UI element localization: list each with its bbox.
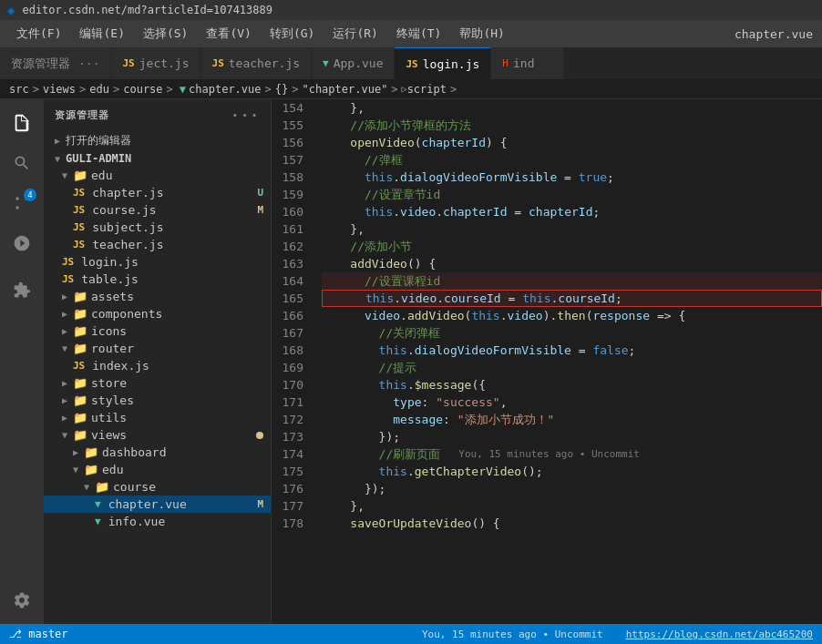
tab-teacher-js-icon: JS xyxy=(212,57,224,69)
breadcrumb-course[interactable]: course xyxy=(123,83,162,96)
tab-explorer-dots: ··· xyxy=(78,56,99,70)
code-line-173: }); xyxy=(322,428,822,445)
tab-explorer[interactable]: 资源管理器 ··· xyxy=(0,47,111,79)
breadcrumb-chaptervue[interactable]: chapter.vue xyxy=(189,83,261,96)
open-editors-section[interactable]: ▶ 打开的编辑器 xyxy=(44,131,271,150)
tree-course-dir-label: course xyxy=(113,480,156,494)
code-line-169: //提示 xyxy=(322,359,822,376)
tree-item-edu-top[interactable]: ▼ 📁 edu xyxy=(44,167,271,184)
breadcrumb-script[interactable]: script xyxy=(407,83,447,96)
code-line-170: this.$message({ xyxy=(322,376,822,394)
menu-help[interactable]: 帮助(H) xyxy=(452,24,511,44)
tree-course-label: course.js xyxy=(92,203,156,217)
code-line-164: //设置课程id xyxy=(322,272,822,290)
tree-item-styles[interactable]: ▶ 📁 styles xyxy=(44,392,271,409)
tree-item-chaptervue[interactable]: ▼ chapter.vue M xyxy=(44,496,271,513)
root-section[interactable]: ▼ GULI-ADMIN xyxy=(44,150,271,167)
menu-terminal[interactable]: 终端(T) xyxy=(389,24,448,44)
code-line-177: }, xyxy=(322,497,822,515)
breadcrumb-src[interactable]: src xyxy=(9,83,29,96)
breadcrumb-braces[interactable]: {} xyxy=(275,83,288,96)
tree-item-subjectjs[interactable]: JS subject.js xyxy=(44,219,271,236)
folder-utils-icon: 📁 xyxy=(73,411,87,424)
tree-item-indexjs[interactable]: JS index.js xyxy=(44,357,271,374)
activity-debug[interactable] xyxy=(5,227,38,260)
tree-item-components[interactable]: ▶ 📁 components xyxy=(44,305,271,322)
breadcrumb: src > views > edu > course > ▼ chapter.v… xyxy=(0,79,822,99)
tab-ind-label: ind xyxy=(513,56,534,70)
code-content[interactable]: }, //添加小节弹框的方法 openVideo(chapterId) { //… xyxy=(313,99,822,624)
vue-breadcrumb-icon: ▼ xyxy=(180,83,186,96)
badge-m-chaptervue: M xyxy=(257,498,263,510)
tree-item-teacherjs[interactable]: JS teacher.js xyxy=(44,236,271,253)
tree-item-tablejs[interactable]: JS table.js xyxy=(44,271,271,288)
tab-ind[interactable]: H ind xyxy=(491,47,564,79)
badge-m-course: M xyxy=(257,204,263,216)
tree-item-store[interactable]: ▶ 📁 store xyxy=(44,374,271,392)
main-layout: 4 资源管理器 ··· ▶ 打开的编辑器 ▼ GULI-ADMIN ▼ 📁 xyxy=(0,99,822,624)
menu-run[interactable]: 运行(R) xyxy=(325,24,385,44)
code-line-166: video.addVideo(this.video).then(response… xyxy=(322,307,822,324)
folder-styles-icon: 📁 xyxy=(73,394,87,407)
tree-item-infovue[interactable]: ▼ info.vue xyxy=(44,513,271,530)
tab-bar: 资源管理器 ··· JS ject.js JS teacher.js ▼ App… xyxy=(0,47,822,79)
folder-assets-icon: 📁 xyxy=(73,290,87,303)
tree-item-views[interactable]: ▼ 📁 views xyxy=(44,426,271,444)
open-editors-chevron: ▶ xyxy=(55,136,60,146)
code-line-161: }, xyxy=(322,220,822,238)
tab-appvue[interactable]: ▼ App.vue xyxy=(312,47,395,79)
tree-item-assets[interactable]: ▶ 📁 assets xyxy=(44,288,271,305)
tree-item-course-dir[interactable]: ▼ 📁 course xyxy=(44,478,271,496)
views-dot-badge xyxy=(256,432,263,439)
tab-teacher-label: teacher.js xyxy=(229,56,300,70)
tab-ject[interactable]: JS ject.js xyxy=(111,47,200,79)
tree-infovue-label: info.vue xyxy=(108,515,166,528)
breadcrumb-views[interactable]: views xyxy=(43,83,76,96)
status-git[interactable]: ⎇ master xyxy=(9,628,68,640)
activity-settings[interactable] xyxy=(5,584,38,617)
tree-item-utils[interactable]: ▶ 📁 utils xyxy=(44,409,271,426)
menu-view[interactable]: 查看(V) xyxy=(199,24,258,44)
breadcrumb-edu[interactable]: edu xyxy=(89,83,109,96)
tab-loginjs[interactable]: JS login.js xyxy=(395,47,491,79)
js-teacher-icon: JS xyxy=(73,239,85,250)
activity-extensions[interactable] xyxy=(5,274,38,307)
menu-edit[interactable]: 编辑(E) xyxy=(72,24,131,44)
tree-edu-views-label: edu xyxy=(102,463,123,476)
tree-item-loginjs[interactable]: JS login.js xyxy=(44,253,271,271)
code-line-156: openVideo(chapterId) { xyxy=(322,134,822,151)
tree-utils-label: utils xyxy=(91,411,127,424)
code-line-172: message: "添加小节成功！" xyxy=(322,411,822,428)
tab-ject-label: ject.js xyxy=(139,56,190,70)
tree-item-edu-views[interactable]: ▼ 📁 edu xyxy=(44,461,271,478)
tree-item-coursejs[interactable]: JS course.js M xyxy=(44,201,271,219)
menu-file[interactable]: 文件(F) xyxy=(9,24,68,44)
tree-store-label: store xyxy=(91,376,127,390)
breadcrumb-chaptervue2[interactable]: "chapter.vue" xyxy=(302,83,387,96)
menu-goto[interactable]: 转到(G) xyxy=(262,24,322,44)
code-line-159: //设置章节id xyxy=(322,186,822,203)
code-line-158: this.dialogVideoFormVisible = true; xyxy=(322,169,822,186)
tree-item-chapterjs[interactable]: JS chapter.js U xyxy=(44,184,271,201)
menu-select[interactable]: 选择(S) xyxy=(136,24,195,44)
activity-files[interactable] xyxy=(5,107,38,139)
js-chapter-icon: JS xyxy=(73,187,85,199)
tree-item-dashboard[interactable]: ▶ 📁 dashboard xyxy=(44,444,271,461)
sidebar-more[interactable]: ··· xyxy=(231,107,260,124)
tab-teacher[interactable]: JS teacher.js xyxy=(201,47,313,79)
tree-chapter-label: chapter.js xyxy=(92,186,163,199)
status-link[interactable]: https://blog.csdn.net/abc465200 xyxy=(626,629,813,640)
root-chevron: ▼ xyxy=(55,154,60,164)
vscode-icon: ◈ xyxy=(7,3,15,17)
tree-item-icons[interactable]: ▶ 📁 icons xyxy=(44,322,271,340)
activity-search[interactable] xyxy=(5,147,38,179)
svg-point-2 xyxy=(15,197,18,199)
code-line-154: }, xyxy=(322,99,822,117)
line-numbers: 154 155 156 157 158 159 160 161 162 163 … xyxy=(272,99,313,624)
js-subject-icon: JS xyxy=(73,221,85,233)
tree-item-router[interactable]: ▼ 📁 router xyxy=(44,340,271,357)
tab-explorer-label: 资源管理器 xyxy=(11,56,70,72)
code-line-155: //添加小节弹框的方法 xyxy=(322,117,822,134)
activity-git[interactable]: 4 xyxy=(5,187,38,220)
tab-vue-icon: ▼ xyxy=(323,57,329,69)
